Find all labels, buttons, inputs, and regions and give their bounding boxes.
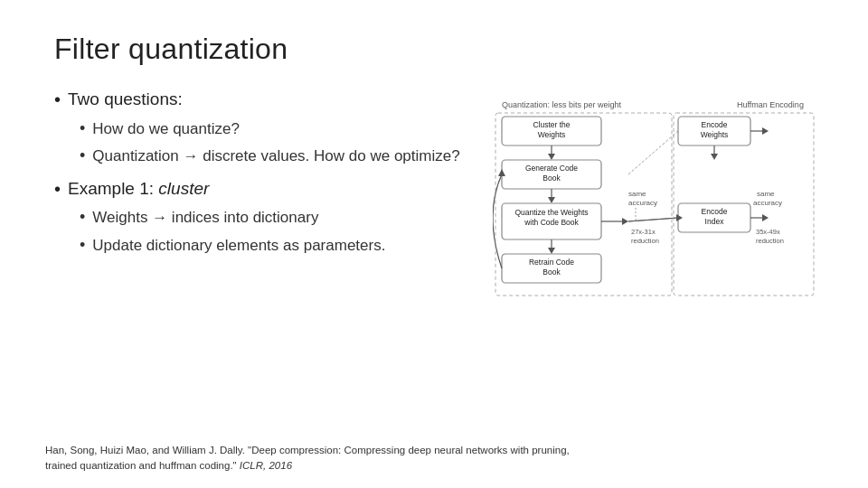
example-heading-text: Example 1: cluster bbox=[68, 177, 209, 202]
slide-footer: Han, Song, Huizi Mao, and William J. Dal… bbox=[45, 443, 823, 474]
reduction-left-2: reduction bbox=[631, 237, 659, 245]
same-accuracy-left-2: accuracy bbox=[628, 199, 657, 207]
bullet-dot-q1: • bbox=[80, 117, 85, 140]
bullet-w2: • Update dictionary elements as paramete… bbox=[80, 234, 461, 258]
diagram-label-huffman: Huffman Encoding bbox=[737, 100, 804, 109]
arrow-encode-head bbox=[711, 154, 718, 160]
footer-text-1: Han, Song, Huizi Mao, and William J. Dal… bbox=[45, 445, 570, 455]
content-left: • Two questions: • How do we quantize? •… bbox=[54, 88, 461, 470]
arrow-3-head bbox=[548, 248, 555, 254]
q2-prefix: Quantization bbox=[92, 147, 183, 164]
q2-arrow: → bbox=[184, 147, 199, 164]
two-questions-text: Two questions: bbox=[68, 88, 183, 112]
w2-text: Update dictionary elements as parameters… bbox=[92, 234, 385, 258]
box-cluster-text-1: Cluster the bbox=[533, 120, 570, 129]
slide-container: Filter quantization • Two questions: • H… bbox=[0, 0, 868, 488]
bullet-example: • Example 1: cluster bbox=[54, 177, 461, 202]
sub-bullets-example: • Weights → indices into dictionary • Up… bbox=[80, 206, 461, 257]
box-quantize-text-2: with Code Book bbox=[524, 218, 579, 227]
bullet-two-questions: • Two questions: bbox=[54, 88, 461, 112]
arrow-1-head bbox=[548, 154, 555, 160]
bullet-dot-w1: • bbox=[80, 206, 85, 229]
bullet-q1: • How do we quantize? bbox=[80, 117, 461, 141]
bullet-w1: • Weights → indices into dictionary bbox=[80, 206, 461, 230]
w1-text: Weights → indices into dictionary bbox=[92, 206, 318, 230]
footer-text-italic: ICLR, 2016 bbox=[240, 460, 292, 471]
diagram-wrapper: Quantization: less bits per weight Huffm… bbox=[493, 97, 818, 317]
w1-suffix: indices into dictionary bbox=[167, 209, 318, 226]
reduction-left-1: 27x-31x bbox=[631, 228, 656, 236]
q2-text: Quantization → discrete values. How do w… bbox=[92, 145, 459, 168]
content-right: Quantization: less bits per weight Huffm… bbox=[488, 88, 823, 470]
example-label: Example 1: bbox=[68, 179, 158, 198]
box-encode-weights-text-1: Encode bbox=[702, 120, 728, 129]
example-italic: cluster bbox=[158, 179, 209, 198]
w1-arrow: → bbox=[152, 209, 167, 226]
q1-text: How do we quantize? bbox=[92, 117, 240, 141]
feedback-arrow bbox=[493, 174, 502, 268]
sub-bullets-questions: • How do we quantize? • Quantization → d… bbox=[80, 117, 461, 168]
arrow-2-head bbox=[548, 197, 555, 203]
box-encode-index-text-1: Encode bbox=[702, 207, 728, 216]
bullet-q2: • Quantization → discrete values. How do… bbox=[80, 145, 461, 168]
footer-text-2: trained quantization and huffman coding.… bbox=[45, 460, 240, 471]
arrow-out-index-head bbox=[762, 214, 769, 221]
same-accuracy-right-1: same bbox=[757, 190, 775, 198]
bullet-dot-example: • bbox=[54, 177, 61, 201]
w1-prefix: Weights bbox=[92, 209, 152, 226]
same-accuracy-right-2: accuracy bbox=[753, 199, 782, 207]
box-encode-index-text-2: Index bbox=[705, 217, 725, 226]
bullet-dot-w2: • bbox=[80, 234, 85, 257]
box-codebook-text-1: Generate Code bbox=[525, 164, 578, 173]
bullet-dot-q2: • bbox=[80, 145, 85, 167]
arrow-right-quantize-head bbox=[622, 218, 628, 225]
diagram-label-quantization: Quantization: less bits per weight bbox=[502, 100, 622, 109]
reduction-right-1: 35x-49x bbox=[756, 228, 780, 236]
box-retrain-text-2: Book bbox=[542, 267, 561, 277]
box-quantize-text-1: Quantize the Weights bbox=[514, 208, 588, 217]
bullet-dot-l1-1: • bbox=[54, 88, 61, 111]
box-cluster-text-2: Weights bbox=[538, 130, 566, 139]
arrow-out-weights-head bbox=[762, 127, 769, 135]
diagram-svg: Quantization: less bits per weight Huffm… bbox=[493, 97, 818, 314]
box-codebook-text-2: Book bbox=[542, 174, 561, 183]
box-encode-weights-text-2: Weights bbox=[701, 130, 729, 139]
same-accuracy-left-1: same bbox=[628, 190, 646, 198]
dashed-line-1 bbox=[628, 131, 678, 174]
box-retrain-text-1: Retrain Code bbox=[529, 258, 574, 267]
slide-title: Filter quantization bbox=[54, 33, 823, 66]
q2-suffix: discrete values. How do we optimize? bbox=[199, 147, 460, 164]
slide-body: • Two questions: • How do we quantize? •… bbox=[54, 88, 823, 470]
reduction-right-2: reduction bbox=[756, 237, 784, 245]
